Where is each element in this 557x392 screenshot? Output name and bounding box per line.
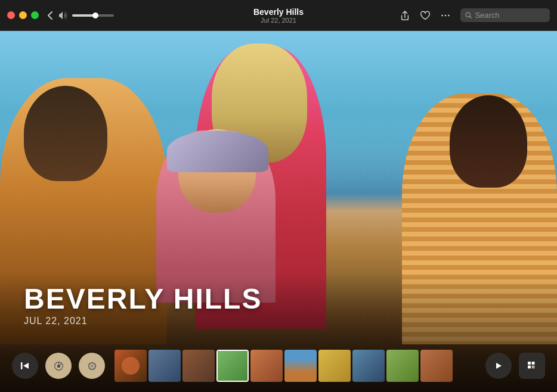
search-input[interactable] (475, 11, 545, 20)
maximize-button[interactable] (31, 11, 39, 19)
left-controls (12, 353, 105, 379)
svg-rect-12 (532, 366, 535, 369)
thumbnail-1[interactable] (115, 350, 147, 382)
thumbnail-8[interactable] (352, 350, 385, 382)
prev-button[interactable] (12, 353, 38, 379)
svg-point-1 (445, 14, 447, 16)
window-title: Beverly Hills (253, 7, 304, 17)
svg-rect-11 (528, 366, 531, 369)
minimize-button[interactable] (19, 11, 27, 19)
thumbnail-4-active[interactable] (216, 350, 249, 382)
thumbnail-9[interactable] (386, 350, 419, 382)
search-icon (465, 11, 472, 19)
volume-control[interactable] (59, 11, 114, 20)
grid-view-button[interactable] (519, 353, 545, 379)
title-center: Beverly Hills Jul 22, 2021 (253, 7, 304, 24)
play-button[interactable] (485, 353, 512, 379)
volume-slider[interactable] (72, 14, 114, 17)
thumbnail-10[interactable] (420, 350, 453, 382)
more-button[interactable] (440, 10, 451, 21)
controls-bar (0, 340, 557, 392)
titlebar-actions (400, 8, 550, 22)
location-date: JUL 22, 2021 (24, 316, 262, 326)
traffic-lights (7, 11, 39, 19)
music-button[interactable] (45, 353, 72, 379)
window-date: Jul 22, 2021 (253, 17, 304, 24)
close-button[interactable] (7, 11, 15, 19)
svg-point-2 (448, 14, 450, 16)
back-button[interactable] (47, 11, 53, 20)
location-title: BEVERLY HILLS (24, 285, 262, 313)
search-bar[interactable] (460, 8, 550, 22)
thumbnail-2[interactable] (148, 350, 181, 382)
svg-point-8 (91, 365, 93, 367)
thumbnail-3[interactable] (182, 350, 215, 382)
thumbnail-5[interactable] (250, 350, 283, 382)
titlebar: Beverly Hills Jul 22, 2021 (0, 0, 557, 31)
svg-rect-4 (21, 362, 23, 369)
photo-background (0, 31, 557, 392)
effects-button[interactable] (79, 353, 105, 379)
thumbnail-6[interactable] (284, 350, 317, 382)
svg-point-0 (441, 14, 443, 16)
thumbnail-strip (115, 348, 476, 384)
thumbnail-7[interactable] (318, 350, 351, 382)
favorite-button[interactable] (420, 10, 431, 21)
photo-title-overlay: BEVERLY HILLS JUL 22, 2021 (24, 285, 262, 326)
svg-rect-9 (528, 362, 531, 365)
volume-icon (59, 11, 69, 20)
share-button[interactable] (400, 10, 410, 21)
right-controls (485, 353, 545, 379)
svg-rect-10 (532, 362, 535, 365)
main-photo: BEVERLY HILLS JUL 22, 2021 (0, 31, 557, 392)
